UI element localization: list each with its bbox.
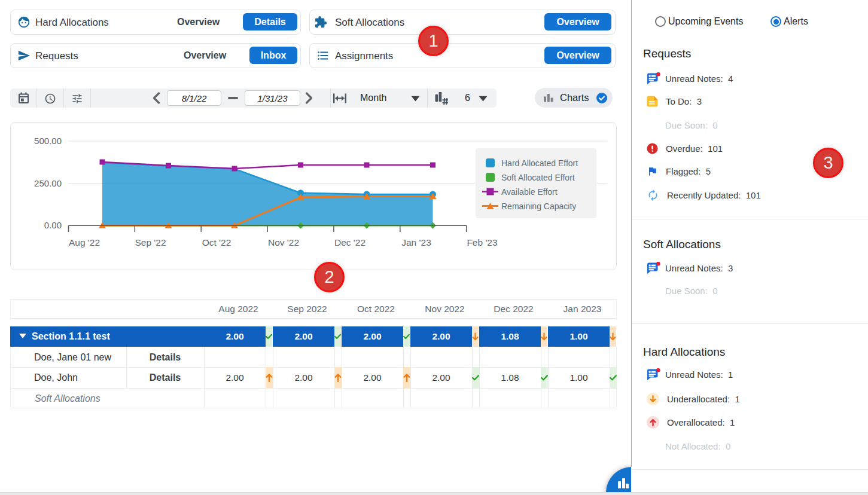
svg-text:Sep '22: Sep '22 [135,237,166,248]
svg-text:Oct '22: Oct '22 [202,237,232,248]
svg-text:Nov '22: Nov '22 [268,237,299,248]
svg-text:Remaining Capacity: Remaining Capacity [501,201,576,211]
svg-text:Hard Allocated Effort: Hard Allocated Effort [501,158,578,168]
svg-text:500.00: 500.00 [34,136,62,146]
svg-text:Feb '23: Feb '23 [467,237,497,248]
svg-text:Jan '23: Jan '23 [401,237,431,248]
svg-text:Aug '22: Aug '22 [69,237,100,248]
svg-text:Available Effort: Available Effort [501,187,558,197]
svg-text:Soft Allocated Effort: Soft Allocated Effort [501,173,575,182]
svg-text:250.00: 250.00 [34,178,62,188]
svg-text:Dec '22: Dec '22 [334,237,366,248]
svg-text:0.00: 0.00 [44,220,62,230]
